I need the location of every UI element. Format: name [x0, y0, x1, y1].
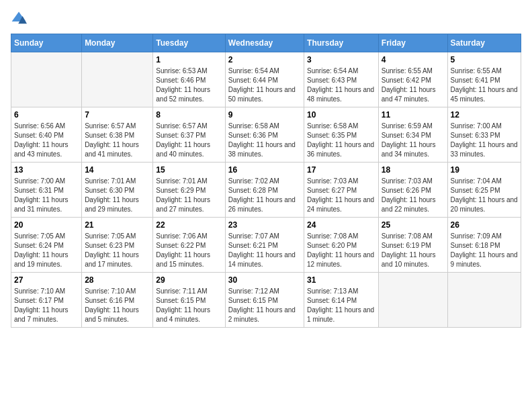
day-number: 16 — [228, 165, 301, 175]
day-info: Sunrise: 7:08 AMSunset: 6:19 PMDaylight:… — [382, 232, 445, 269]
day-number: 3 — [307, 55, 375, 64]
day-cell: 30 Sunrise: 7:12 AMSunset: 6:15 PMDaylig… — [225, 273, 304, 328]
week-row-1: 1 Sunrise: 6:53 AMSunset: 6:46 PMDayligh… — [11, 52, 521, 107]
day-cell: 18 Sunrise: 7:03 AMSunset: 6:26 PMDaylig… — [378, 163, 447, 218]
day-cell: 14 Sunrise: 7:01 AMSunset: 6:30 PMDaylig… — [82, 163, 153, 218]
day-number: 23 — [228, 220, 301, 230]
day-cell — [378, 273, 447, 328]
day-number: 15 — [156, 165, 222, 175]
day-cell: 7 Sunrise: 6:57 AMSunset: 6:38 PMDayligh… — [82, 107, 153, 163]
day-number: 17 — [307, 165, 375, 175]
day-number: 21 — [85, 220, 150, 230]
logo — [11, 11, 30, 27]
day-cell: 24 Sunrise: 7:08 AMSunset: 6:20 PMDaylig… — [304, 218, 379, 273]
day-cell: 28 Sunrise: 7:10 AMSunset: 6:16 PMDaylig… — [82, 273, 153, 328]
day-number: 29 — [156, 275, 222, 285]
day-info: Sunrise: 6:55 AMSunset: 6:42 PMDaylight:… — [382, 66, 445, 104]
day-info: Sunrise: 6:54 AMSunset: 6:43 PMDaylight:… — [307, 66, 375, 104]
day-info: Sunrise: 6:54 AMSunset: 6:44 PMDaylight:… — [228, 66, 301, 104]
day-cell: 16 Sunrise: 7:02 AMSunset: 6:28 PMDaylig… — [225, 163, 304, 218]
day-info: Sunrise: 6:59 AMSunset: 6:34 PMDaylight:… — [382, 122, 445, 159]
header-sunday: Sunday — [11, 34, 82, 52]
day-number: 31 — [307, 275, 375, 285]
header-tuesday: Tuesday — [153, 34, 225, 52]
day-info: Sunrise: 7:07 AMSunset: 6:21 PMDaylight:… — [228, 232, 301, 269]
day-number: 22 — [156, 220, 222, 230]
day-cell: 22 Sunrise: 7:06 AMSunset: 6:22 PMDaylig… — [153, 218, 225, 273]
day-cell: 11 Sunrise: 6:59 AMSunset: 6:34 PMDaylig… — [378, 107, 447, 163]
day-number: 1 — [156, 55, 222, 64]
week-row-5: 27 Sunrise: 7:10 AMSunset: 6:17 PMDaylig… — [11, 273, 521, 328]
day-number: 28 — [85, 275, 150, 285]
day-info: Sunrise: 6:57 AMSunset: 6:38 PMDaylight:… — [85, 122, 150, 159]
day-number: 26 — [451, 220, 518, 230]
day-info: Sunrise: 7:11 AMSunset: 6:15 PMDaylight:… — [156, 287, 222, 324]
day-number: 19 — [451, 165, 518, 175]
day-info: Sunrise: 7:10 AMSunset: 6:16 PMDaylight:… — [85, 287, 150, 324]
day-cell: 10 Sunrise: 6:58 AMSunset: 6:35 PMDaylig… — [304, 107, 379, 163]
page-header — [11, 11, 521, 27]
header-saturday: Saturday — [447, 34, 521, 52]
day-number: 9 — [228, 110, 301, 120]
day-cell: 25 Sunrise: 7:08 AMSunset: 6:19 PMDaylig… — [378, 218, 447, 273]
day-number: 18 — [382, 165, 445, 175]
day-cell — [11, 52, 82, 107]
day-info: Sunrise: 7:01 AMSunset: 6:29 PMDaylight:… — [156, 177, 222, 214]
header-wednesday: Wednesday — [225, 34, 304, 52]
calendar-header-row: SundayMondayTuesdayWednesdayThursdayFrid… — [11, 34, 521, 52]
day-cell: 8 Sunrise: 6:57 AMSunset: 6:37 PMDayligh… — [153, 107, 225, 163]
day-cell: 5 Sunrise: 6:55 AMSunset: 6:41 PMDayligh… — [447, 52, 521, 107]
day-number: 27 — [14, 275, 79, 285]
day-number: 5 — [451, 55, 518, 64]
day-info: Sunrise: 7:02 AMSunset: 6:28 PMDaylight:… — [228, 177, 301, 214]
day-info: Sunrise: 7:05 AMSunset: 6:23 PMDaylight:… — [85, 232, 150, 269]
logo-icon — [11, 11, 27, 27]
day-info: Sunrise: 6:55 AMSunset: 6:41 PMDaylight:… — [451, 66, 518, 104]
day-cell: 15 Sunrise: 7:01 AMSunset: 6:29 PMDaylig… — [153, 163, 225, 218]
day-cell: 2 Sunrise: 6:54 AMSunset: 6:44 PMDayligh… — [225, 52, 304, 107]
calendar-table: SundayMondayTuesdayWednesdayThursdayFrid… — [11, 34, 521, 328]
day-info: Sunrise: 7:09 AMSunset: 6:18 PMDaylight:… — [451, 232, 518, 269]
day-cell: 29 Sunrise: 7:11 AMSunset: 6:15 PMDaylig… — [153, 273, 225, 328]
day-cell: 6 Sunrise: 6:56 AMSunset: 6:40 PMDayligh… — [11, 107, 82, 163]
day-cell: 12 Sunrise: 7:00 AMSunset: 6:33 PMDaylig… — [447, 107, 521, 163]
day-info: Sunrise: 6:53 AMSunset: 6:46 PMDaylight:… — [156, 66, 222, 104]
day-info: Sunrise: 7:00 AMSunset: 6:33 PMDaylight:… — [451, 122, 518, 159]
day-cell: 4 Sunrise: 6:55 AMSunset: 6:42 PMDayligh… — [378, 52, 447, 107]
day-number: 12 — [451, 110, 518, 120]
week-row-4: 20 Sunrise: 7:05 AMSunset: 6:24 PMDaylig… — [11, 218, 521, 273]
day-info: Sunrise: 6:58 AMSunset: 6:36 PMDaylight:… — [228, 122, 301, 159]
day-cell: 3 Sunrise: 6:54 AMSunset: 6:43 PMDayligh… — [304, 52, 379, 107]
day-number: 20 — [14, 220, 79, 230]
day-info: Sunrise: 7:06 AMSunset: 6:22 PMDaylight:… — [156, 232, 222, 269]
day-info: Sunrise: 7:13 AMSunset: 6:14 PMDaylight:… — [307, 287, 375, 324]
day-info: Sunrise: 6:56 AMSunset: 6:40 PMDaylight:… — [14, 122, 79, 159]
day-cell: 31 Sunrise: 7:13 AMSunset: 6:14 PMDaylig… — [304, 273, 379, 328]
day-info: Sunrise: 7:08 AMSunset: 6:20 PMDaylight:… — [307, 232, 375, 269]
header-monday: Monday — [82, 34, 153, 52]
day-info: Sunrise: 6:57 AMSunset: 6:37 PMDaylight:… — [156, 122, 222, 159]
day-cell — [82, 52, 153, 107]
day-number: 7 — [85, 110, 150, 120]
header-friday: Friday — [378, 34, 447, 52]
day-info: Sunrise: 7:10 AMSunset: 6:17 PMDaylight:… — [14, 287, 79, 324]
day-number: 2 — [228, 55, 301, 64]
day-cell: 17 Sunrise: 7:03 AMSunset: 6:27 PMDaylig… — [304, 163, 379, 218]
day-info: Sunrise: 7:00 AMSunset: 6:31 PMDaylight:… — [14, 177, 79, 214]
day-info: Sunrise: 7:04 AMSunset: 6:25 PMDaylight:… — [451, 177, 518, 214]
day-cell: 1 Sunrise: 6:53 AMSunset: 6:46 PMDayligh… — [153, 52, 225, 107]
day-cell: 13 Sunrise: 7:00 AMSunset: 6:31 PMDaylig… — [11, 163, 82, 218]
day-info: Sunrise: 7:01 AMSunset: 6:30 PMDaylight:… — [85, 177, 150, 214]
header-thursday: Thursday — [304, 34, 379, 52]
day-number: 4 — [382, 55, 445, 64]
week-row-2: 6 Sunrise: 6:56 AMSunset: 6:40 PMDayligh… — [11, 107, 521, 163]
day-number: 14 — [85, 165, 150, 175]
day-number: 6 — [14, 110, 79, 120]
day-info: Sunrise: 7:12 AMSunset: 6:15 PMDaylight:… — [228, 287, 301, 324]
day-cell: 21 Sunrise: 7:05 AMSunset: 6:23 PMDaylig… — [82, 218, 153, 273]
day-number: 8 — [156, 110, 222, 120]
day-number: 24 — [307, 220, 375, 230]
day-number: 30 — [228, 275, 301, 285]
day-info: Sunrise: 7:03 AMSunset: 6:27 PMDaylight:… — [307, 177, 375, 214]
day-number: 25 — [382, 220, 445, 230]
